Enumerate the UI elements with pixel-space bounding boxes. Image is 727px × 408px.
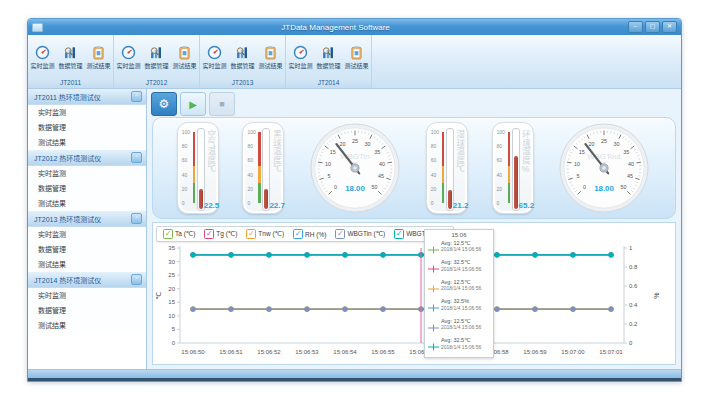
thermometer-gauge-2: 100806040200黑球温度℃22.7 <box>242 122 284 214</box>
thermometer-scale: 100806040200 <box>431 130 439 206</box>
ribbon-button-label: 测试结果 <box>172 61 196 70</box>
ribbon-button-jt2012-realtime-monitoring[interactable]: 实时监测 <box>115 45 142 70</box>
svg-text:0: 0 <box>583 184 586 190</box>
app-icon <box>32 23 43 32</box>
svg-text:30: 30 <box>614 141 620 147</box>
toolbar: ⚙▶■ <box>151 92 235 116</box>
sidebar-item-realtime-monitoring[interactable]: 实时监测 <box>28 105 146 120</box>
thermometer-label: 空气温度℃ <box>206 130 215 173</box>
collapse-icon[interactable]: ▫ <box>131 91 142 102</box>
ribbon-button-jt2014-realtime-monitoring[interactable]: 实时监测 <box>287 45 314 70</box>
stop-icon: ■ <box>219 99 224 109</box>
svg-text:0: 0 <box>334 184 337 190</box>
ribbon-button-jt2011-realtime-monitoring[interactable]: 实时监测 <box>29 45 56 70</box>
svg-text:35: 35 <box>623 149 629 155</box>
status-bar <box>28 369 681 381</box>
sidebar-item-test-results[interactable]: 测试结果 <box>28 318 146 333</box>
ribbon-group-jt2014: 实时监测数据管理测试结果JT2014 <box>286 35 372 88</box>
svg-text:30: 30 <box>365 141 371 147</box>
thermometer-zones <box>442 132 445 208</box>
sidebar-item-data-management[interactable]: 数据管理 <box>28 242 146 257</box>
sidebar-group-header-1[interactable]: JT2011 热环境测试仪▫ <box>28 89 146 105</box>
thermometer-zones <box>193 132 196 208</box>
thermometer-tube <box>446 128 454 211</box>
gear-icon: ⚙ <box>159 97 170 111</box>
sidebar-item-data-management[interactable]: 数据管理 <box>28 120 146 135</box>
window-maximize-button[interactable]: ▢ <box>645 21 660 33</box>
legend-item-ta: ✓Ta (℃) <box>163 229 195 239</box>
sidebar-group-header-2[interactable]: JT2012 热环境测试仪▫ <box>28 150 146 166</box>
thermometer-scale: 100806040200 <box>497 130 505 206</box>
ribbon-button-jt2014-test-results[interactable]: 测试结果 <box>343 45 370 70</box>
svg-text:15:06:52: 15:06:52 <box>257 349 281 355</box>
legend-label: WBGTin (℃) <box>347 230 385 238</box>
collapse-icon[interactable]: ▫ <box>131 152 142 163</box>
sidebar-group-header-4[interactable]: JT2014 热环境测试仪▫ <box>28 272 146 288</box>
svg-text:1: 1 <box>629 245 633 251</box>
ribbon-button-jt2013-test-results[interactable]: 测试结果 <box>257 45 284 70</box>
sidebar-item-realtime-monitoring[interactable]: 实时监测 <box>28 288 146 303</box>
ribbon-button-label: 数据管理 <box>230 61 254 70</box>
thermometer-tube <box>197 128 205 211</box>
svg-text:25: 25 <box>601 138 607 144</box>
svg-text:25: 25 <box>352 138 358 144</box>
sidebar-item-test-results[interactable]: 测试结果 <box>28 257 146 272</box>
sidebar-group-header-3[interactable]: JT2013 热环境测试仪▫ <box>28 211 146 227</box>
series-marker-icon <box>428 298 439 316</box>
gauge-icon <box>207 45 222 60</box>
ribbon-button-jt2011-test-results[interactable]: 测试结果 <box>85 45 112 70</box>
gauge-icon <box>293 45 308 60</box>
tooltip-entry: Avg: 12.5℃2018/1/4 15:06:56 <box>428 279 490 297</box>
tooltip-timestamp: 2018/1/4 15:06:56 <box>441 305 481 311</box>
svg-text:15:07:01: 15:07:01 <box>599 349 623 355</box>
legend-item-rh: ✓RH (%) <box>293 229 326 239</box>
legend-checkbox[interactable]: ✓ <box>394 229 404 239</box>
sidebar-item-test-results[interactable]: 测试结果 <box>28 196 146 211</box>
ribbon-button-jt2012-test-results[interactable]: 测试结果 <box>171 45 198 70</box>
ribbon-button-jt2013-data-management[interactable]: 数据管理 <box>229 45 256 70</box>
svg-text:10: 10 <box>168 313 175 319</box>
ribbon-button-label: 实时监测 <box>202 61 226 70</box>
window-close-button[interactable]: ✕ <box>662 21 677 33</box>
legend-checkbox[interactable]: ✓ <box>204 229 214 239</box>
tooltip-entry: Avg: 32.5℃2018/1/4 15:06:56 <box>428 337 490 355</box>
svg-text:5: 5 <box>172 326 176 332</box>
ribbon-button-jt2014-data-management[interactable]: 数据管理 <box>315 45 342 70</box>
sidebar-item-realtime-monitoring[interactable]: 实时监测 <box>28 166 146 181</box>
line-chart[interactable]: 0510152025303500.20.40.60.81℃%15:06:5015… <box>154 240 674 366</box>
legend-item-wbgtin: ✓WBGTin (℃) <box>335 229 385 239</box>
report-icon <box>263 45 278 60</box>
body: JT2011 热环境测试仪▫实时监测数据管理测试结果JT2012 热环境测试仪▫… <box>28 89 681 369</box>
legend-checkbox[interactable]: ✓ <box>246 229 256 239</box>
sidebar-item-test-results[interactable]: 测试结果 <box>28 135 146 150</box>
sidebar-item-data-management[interactable]: 数据管理 <box>28 181 146 196</box>
svg-text:20: 20 <box>168 286 175 292</box>
svg-text:0.4: 0.4 <box>629 302 638 308</box>
thermometer-scale: 100806040200 <box>247 130 255 206</box>
ribbon-button-jt2013-realtime-monitoring[interactable]: 实时监测 <box>201 45 228 70</box>
stop-button[interactable]: ■ <box>209 92 235 116</box>
ribbon-button-jt2011-data-management[interactable]: 数据管理 <box>57 45 84 70</box>
legend-checkbox[interactable]: ✓ <box>293 229 303 239</box>
sidebar-item-realtime-monitoring[interactable]: 实时监测 <box>28 227 146 242</box>
tooltip-avg-value: Avg: 32.5℃ <box>441 337 481 344</box>
main-area: ⚙▶■ 100806040200空气温度℃22.5100806040200黑球温… <box>147 89 681 369</box>
legend-item-tg: ✓Tg (℃) <box>204 229 237 239</box>
window-minimize-button[interactable]: – <box>628 21 643 33</box>
titlebar: JTData Management Software –▢✕ <box>28 19 681 35</box>
collapse-icon[interactable]: ▫ <box>131 213 142 224</box>
start-button[interactable]: ▶ <box>180 92 206 116</box>
legend-checkbox[interactable]: ✓ <box>335 229 345 239</box>
legend-checkbox[interactable]: ✓ <box>163 229 173 239</box>
collapse-icon[interactable]: ▫ <box>131 274 142 285</box>
sidebar-item-data-management[interactable]: 数据管理 <box>28 303 146 318</box>
series-marker-icon <box>428 240 439 258</box>
ribbon-button-jt2012-data-management[interactable]: 数据管理 <box>143 45 170 70</box>
series-marker-icon <box>428 318 439 336</box>
svg-text:45: 45 <box>378 173 384 179</box>
settings-button[interactable]: ⚙ <box>151 92 177 116</box>
report-icon <box>177 45 192 60</box>
report-icon <box>91 45 106 60</box>
svg-text:18.00: 18.00 <box>594 184 614 193</box>
mercury-column <box>199 189 203 209</box>
